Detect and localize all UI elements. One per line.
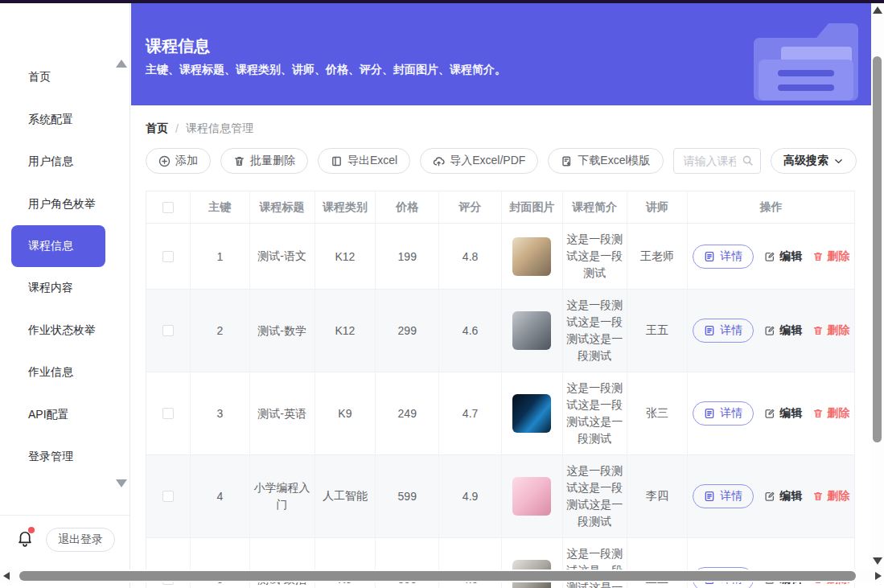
sidebar-nav-item[interactable]: 作业信息	[0, 352, 130, 394]
edit-button[interactable]: 编辑	[764, 406, 802, 421]
cell-price: 299	[376, 290, 439, 372]
column-header-teacher: 讲师	[627, 191, 689, 223]
document-icon	[704, 408, 715, 419]
cover-image	[512, 237, 551, 276]
cloud-upload-icon	[433, 155, 445, 167]
page-title: 课程信息	[146, 35, 210, 57]
edit-pencil-icon	[764, 408, 775, 419]
scrollbar-right-arrow-icon[interactable]	[875, 572, 882, 580]
cell-price: 599	[376, 455, 439, 537]
sidebar-nav-item[interactable]: API配置	[0, 394, 130, 437]
sidebar-nav-item[interactable]: 课程内容	[0, 267, 130, 310]
download-template-button[interactable]: 下载Excel模版	[548, 148, 663, 174]
table-header: 主键 课程标题 课程类别 价格 评分 封面图片 课程简介 讲师 操作	[146, 191, 854, 224]
select-all-checkbox[interactable]	[162, 202, 174, 213]
detail-button[interactable]: 详情	[693, 401, 754, 426]
edit-button[interactable]: 编辑	[764, 249, 802, 264]
sidebar-nav-item[interactable]: 系统配置	[0, 99, 130, 142]
search-box	[673, 148, 761, 174]
main-content: 课程信息 主键、课程标题、课程类别、讲师、价格、评分、封面图片、课程简介。 首页…	[131, 3, 871, 588]
file-download-icon	[561, 155, 573, 167]
breadcrumb-separator: /	[175, 122, 179, 135]
cell-rating: 4.8	[439, 224, 502, 289]
row-checkbox[interactable]	[162, 325, 174, 336]
notification-dot	[28, 527, 35, 533]
edit-button[interactable]: 编辑	[764, 323, 802, 338]
column-header-title: 课程标题	[250, 191, 315, 223]
delete-button[interactable]: 删除	[812, 489, 849, 504]
trash-icon	[812, 251, 824, 262]
breadcrumb-current: 课程信息管理	[186, 121, 253, 136]
document-icon	[704, 251, 715, 262]
cell-title: 测试-数学	[250, 290, 315, 372]
edit-button[interactable]: 编辑	[764, 489, 802, 504]
sidebar-scroll-down-icon[interactable]	[116, 479, 127, 487]
sidebar-item-label: 首页	[28, 70, 51, 84]
sidebar-item-label: 作业状态枚举	[28, 323, 96, 338]
page-banner: 课程信息 主键、课程标题、课程类别、讲师、价格、评分、封面图片、课程简介。	[131, 3, 871, 105]
course-table: 主键 课程标题 课程类别 价格 评分 封面图片 课程简介 讲师 操作 1 测试-…	[146, 191, 855, 588]
row-checkbox[interactable]	[162, 251, 174, 262]
cell-title: 测试-英语	[250, 372, 315, 454]
cell-id: 4	[191, 455, 250, 537]
scrollbar-left-arrow-icon[interactable]	[3, 572, 10, 580]
advanced-search-button[interactable]: 高级搜索	[771, 148, 857, 174]
page-subtitle: 主键、课程标题、课程类别、讲师、价格、评分、封面图片、课程简介。	[146, 63, 506, 77]
breadcrumb-home[interactable]: 首页	[146, 121, 168, 136]
sidebar-item-label: 用户角色枚举	[28, 197, 96, 212]
scrollbar-down-arrow-icon[interactable]	[873, 557, 882, 565]
cell-intro: 这是一段测试这是一段测试这是一段测试	[563, 372, 627, 454]
vertical-scrollbar-thumb[interactable]	[873, 56, 882, 442]
sidebar-item-label: API配置	[28, 408, 69, 422]
cell-operations: 详情 编辑 删除	[688, 455, 854, 537]
cover-image	[512, 311, 551, 350]
delete-button[interactable]: 删除	[812, 249, 849, 264]
cell-id: 1	[191, 224, 250, 289]
row-checkbox[interactable]	[162, 491, 174, 502]
cover-image	[512, 477, 551, 516]
sidebar-nav-item[interactable]: 用户角色枚举	[0, 183, 130, 226]
sidebar-item-label: 作业信息	[28, 365, 73, 380]
row-checkbox[interactable]	[162, 408, 174, 419]
detail-button[interactable]: 详情	[693, 484, 754, 508]
export-book-icon	[331, 155, 343, 167]
sidebar-nav-item[interactable]: 作业状态枚举	[0, 310, 130, 352]
cell-rating: 4.6	[439, 290, 502, 372]
sidebar-item-label: 系统配置	[28, 113, 73, 127]
sidebar-nav-item[interactable]: 登录管理	[0, 436, 130, 479]
cell-teacher: 王五	[627, 290, 689, 372]
detail-button[interactable]: 详情	[693, 245, 754, 269]
column-header-operations: 操作	[688, 191, 854, 223]
sidebar-nav: 首页 系统配置 用户信息 用户角色枚举 课程信息	[0, 56, 130, 479]
edit-pencil-icon	[764, 491, 775, 502]
cell-rating: 4.7	[439, 372, 502, 454]
chevron-down-icon	[833, 156, 844, 167]
delete-button[interactable]: 删除	[812, 406, 849, 421]
plus-circle-icon	[158, 155, 171, 167]
search-icon[interactable]	[742, 154, 754, 167]
sidebar-item-label: 课程内容	[28, 281, 73, 295]
logout-button[interactable]: 退出登录	[46, 528, 115, 552]
notification-bell-icon[interactable]	[16, 530, 37, 551]
sidebar-nav-item[interactable]: 课程信息	[11, 225, 105, 267]
add-button[interactable]: 添加	[146, 148, 211, 174]
horizontal-scrollbar-thumb[interactable]	[19, 571, 856, 581]
cell-category: 人工智能	[315, 455, 376, 537]
table-row: 1 测试-语文 K12 199 4.8 这是一段测试这是一段测试 王老师 详情	[146, 224, 854, 290]
document-icon	[704, 491, 715, 502]
horizontal-scrollbar[interactable]	[0, 569, 884, 582]
sidebar-nav-item[interactable]: 用户信息	[0, 141, 130, 183]
batch-delete-button[interactable]: 批量删除	[220, 148, 308, 174]
import-excel-pdf-button[interactable]: 导入Excel/PDF	[420, 148, 538, 174]
app-window: 首页 系统配置 用户信息 用户角色枚举 课程信息	[0, 0, 884, 588]
table-row: 3 测试-英语 K9 249 4.7 这是一段测试这是一段测试这是一段测试 张三…	[146, 372, 854, 455]
vertical-scrollbar[interactable]	[871, 3, 884, 569]
sidebar-nav-item[interactable]: 首页	[0, 56, 130, 99]
column-header-category: 课程类别	[315, 191, 376, 223]
delete-button[interactable]: 删除	[812, 323, 849, 338]
scrollbar-up-arrow-icon[interactable]	[873, 6, 882, 14]
cell-intro: 这是一段测试这是一段测试	[563, 224, 627, 289]
detail-button[interactable]: 详情	[693, 319, 754, 343]
export-excel-button[interactable]: 导出Excel	[318, 148, 410, 174]
cell-category: K9	[315, 372, 376, 454]
